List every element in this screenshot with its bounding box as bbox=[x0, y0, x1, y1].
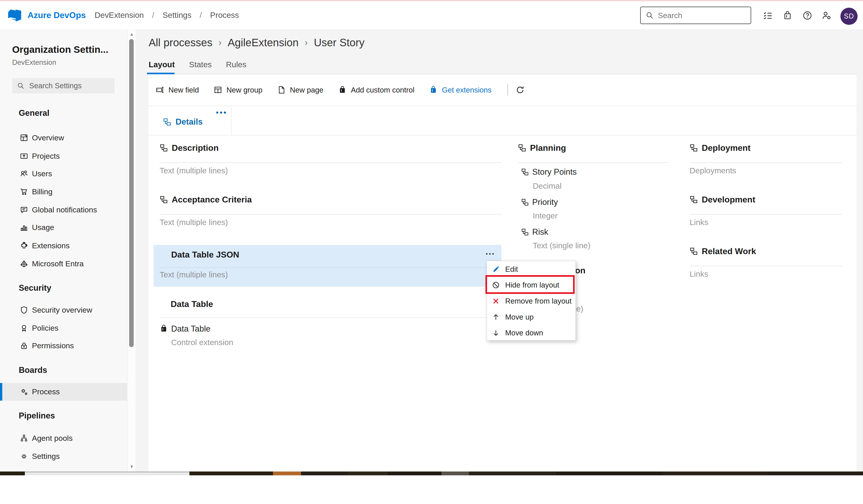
group-acceptance-criteria[interactable]: Acceptance Criteria bbox=[160, 195, 252, 204]
field-type-label: Links bbox=[690, 218, 708, 227]
group-description[interactable]: Description bbox=[160, 143, 218, 153]
tab-layout[interactable]: Layout bbox=[149, 60, 175, 69]
field-type-label: Text (multiple lines) bbox=[160, 270, 228, 279]
get-extensions-button[interactable]: Get extensions bbox=[429, 86, 491, 94]
refresh-button[interactable] bbox=[516, 86, 525, 94]
field-icon bbox=[521, 228, 529, 236]
arrow-up-icon bbox=[492, 313, 500, 321]
breadcrumb-separator: / bbox=[200, 11, 202, 20]
breadcrumb-process[interactable]: Process bbox=[210, 11, 239, 20]
section-general: General bbox=[19, 108, 49, 118]
breadcrumb-all-processes[interactable]: All processes bbox=[149, 36, 212, 49]
scroll-up-icon[interactable]: ▲ bbox=[128, 30, 136, 38]
settings-search-input[interactable] bbox=[29, 81, 106, 90]
sidebar-item-process[interactable]: Process bbox=[0, 383, 127, 401]
field-risk[interactable]: Risk bbox=[521, 227, 548, 237]
breadcrumb-settings[interactable]: Settings bbox=[163, 11, 191, 20]
tab-rules[interactable]: Rules bbox=[226, 60, 246, 69]
layout-toolbar: New field New group New page Add custom … bbox=[149, 74, 856, 106]
strip-segment bbox=[441, 471, 469, 475]
menu-item-edit[interactable]: Edit bbox=[487, 261, 575, 277]
arrow-down-icon bbox=[492, 329, 500, 337]
page-layout-icon bbox=[163, 118, 171, 126]
section-pipelines: Pipelines bbox=[19, 411, 55, 420]
page-tab-details[interactable]: Details ●●● bbox=[149, 106, 232, 135]
scroll-down-icon[interactable]: ▼ bbox=[128, 463, 136, 470]
avatar[interactable]: SD bbox=[840, 8, 858, 25]
section-security: Security bbox=[19, 283, 51, 293]
sidebar-item-deployment-pools[interactable]: Deployment pools bbox=[0, 467, 127, 471]
comment-icon bbox=[20, 206, 28, 214]
group-data-table[interactable]: Data Table bbox=[171, 299, 213, 309]
field-priority[interactable]: Priority bbox=[521, 198, 558, 207]
user-settings-button[interactable] bbox=[820, 8, 834, 23]
strip-segment bbox=[0, 471, 25, 475]
sidebar-item-global-notifications[interactable]: Global notifications bbox=[0, 201, 127, 219]
group-title: Data Table JSON bbox=[171, 250, 239, 260]
new-page-button[interactable]: New page bbox=[277, 86, 323, 94]
sidebar-scrollbar[interactable]: ▲ ▼ bbox=[127, 29, 136, 471]
sidebar-item-billing[interactable]: Billing bbox=[0, 182, 127, 201]
group-planning[interactable]: Planning bbox=[518, 143, 566, 153]
new-group-icon bbox=[214, 86, 222, 94]
group-divider bbox=[160, 267, 496, 268]
sidebar-item-extensions[interactable]: Extensions bbox=[0, 237, 127, 255]
field-story-points[interactable]: Story Points bbox=[521, 167, 577, 177]
sidebar-item-permissions[interactable]: Permissions bbox=[0, 337, 127, 355]
new-field-button[interactable]: New field bbox=[156, 86, 199, 94]
scrollbar-thumb[interactable] bbox=[129, 39, 134, 347]
marketplace-button[interactable] bbox=[780, 8, 795, 23]
projects-icon bbox=[20, 152, 28, 160]
page-tab-label: Details bbox=[176, 117, 203, 127]
chevron-right-icon: › bbox=[304, 37, 308, 48]
active-tab-underline bbox=[147, 73, 175, 74]
new-field-icon bbox=[156, 86, 164, 94]
group-icon bbox=[690, 144, 698, 152]
ribbon-icon bbox=[20, 324, 28, 332]
new-group-button[interactable]: New group bbox=[214, 86, 262, 94]
tab-states[interactable]: States bbox=[189, 60, 212, 69]
menu-item-move-down[interactable]: Move down bbox=[487, 325, 575, 341]
group-context-menu-button[interactable]: ... bbox=[486, 246, 495, 257]
group-data-table-json-selected[interactable]: Data Table JSON ... Text (multiple lines… bbox=[153, 245, 501, 287]
sidebar-item-settings[interactable]: Settings bbox=[0, 448, 127, 465]
control-data-table[interactable]: Data Table bbox=[160, 324, 211, 333]
azure-devops-logo-icon[interactable] bbox=[7, 8, 22, 23]
group-divider bbox=[160, 214, 501, 214]
menu-item-move-up[interactable]: Move up bbox=[487, 309, 575, 325]
group-divider bbox=[690, 214, 842, 214]
billing-cart-icon bbox=[20, 188, 28, 196]
strip-segment bbox=[273, 471, 301, 475]
menu-item-remove-from-layout[interactable]: Remove from layout bbox=[487, 293, 575, 309]
taskbar-strip bbox=[0, 471, 863, 475]
sidebar-item-usage[interactable]: Usage bbox=[0, 218, 127, 237]
sidebar-item-agent-pools[interactable]: Agent pools bbox=[0, 429, 127, 447]
strip-segment bbox=[387, 471, 441, 475]
group-development[interactable]: Development bbox=[690, 195, 755, 204]
breadcrumb-agile-extension[interactable]: AgileExtension bbox=[228, 36, 299, 49]
sidebar-item-users[interactable]: Users bbox=[0, 165, 127, 182]
strip-segment bbox=[469, 471, 556, 475]
topbar-breadcrumb: DevExtension / Settings / Process bbox=[95, 11, 239, 20]
sidebar-item-policies[interactable]: Policies bbox=[0, 319, 127, 337]
add-custom-control-button[interactable]: Add custom control bbox=[338, 86, 415, 94]
page-tab-menu-button[interactable]: ●●● bbox=[216, 110, 227, 115]
sidebar-item-overview[interactable]: Overview bbox=[0, 129, 127, 147]
group-icon bbox=[518, 144, 526, 152]
brand-link[interactable]: Azure DevOps bbox=[27, 10, 86, 20]
lock-icon bbox=[20, 342, 28, 350]
sidebar-item-projects[interactable]: Projects bbox=[0, 147, 127, 165]
group-related-work[interactable]: Related Work bbox=[690, 247, 756, 256]
help-button[interactable] bbox=[800, 8, 814, 23]
breadcrumb-org[interactable]: DevExtension bbox=[95, 11, 144, 20]
task-list-button[interactable] bbox=[761, 8, 775, 23]
group-deployment[interactable]: Deployment bbox=[690, 143, 751, 153]
layout-panel: New field New group New page Add custom … bbox=[149, 74, 856, 471]
search-input[interactable] bbox=[658, 11, 740, 20]
sidebar-item-microsoft-entra[interactable]: Microsoft Entra bbox=[0, 255, 127, 273]
global-search-box[interactable] bbox=[640, 7, 751, 24]
settings-search-box[interactable] bbox=[12, 78, 114, 93]
sidebar-item-security-overview[interactable]: Security overview bbox=[0, 301, 127, 319]
help-icon bbox=[803, 11, 812, 20]
group-icon bbox=[690, 196, 698, 204]
